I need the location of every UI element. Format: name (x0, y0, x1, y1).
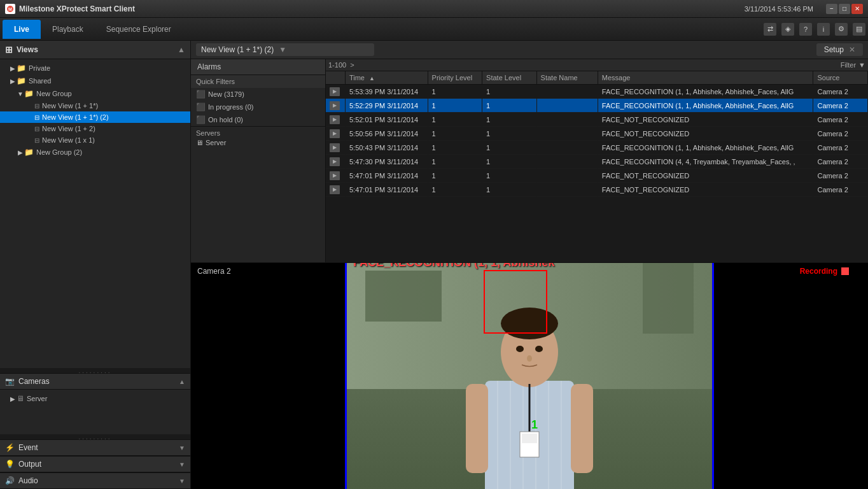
svg-point-12 (516, 346, 524, 352)
filter-onhold[interactable]: ⬛ On hold (0) (191, 113, 325, 126)
alarm-row[interactable]: ▶5:47:01 PM 3/11/201411FACE_NOT_RECOGNIZ… (326, 183, 868, 197)
pagination-arrow[interactable]: > (350, 61, 354, 69)
alarm-row-img: ▶ (326, 183, 345, 197)
audio-section-header[interactable]: 🔊 Audio ▼ (0, 472, 190, 489)
alarm-row[interactable]: ▶5:50:43 PM 3/11/201411FACE_RECOGNITION … (326, 141, 868, 155)
sidebar-item-server[interactable]: ▶ 🖥 Server (0, 392, 190, 405)
map-icon[interactable]: ◈ (781, 23, 794, 36)
views-collapse-icon[interactable]: ▲ (178, 45, 185, 54)
titlebar-right: 3/11/2014 5:53:46 PM − □ ✕ (745, 4, 863, 14)
audio-label: Audio (18, 476, 38, 485)
private-toggle[interactable]: ▶ (9, 65, 17, 72)
camera-label: Camera 2 (197, 267, 231, 276)
view-icon: ⊟ (34, 114, 39, 121)
server-icon: 🖥 (17, 394, 24, 403)
newview3-label: New View (1 + 2) (42, 125, 95, 132)
col-message[interactable]: Message (598, 71, 813, 85)
settings-icon[interactable]: ⚙ (835, 23, 848, 36)
minimize-button[interactable]: − (826, 4, 837, 14)
sidebar-item-shared[interactable]: ▶ 📁 Shared (0, 74, 190, 87)
sidebar-item-newview3[interactable]: ⊟ New View (1 + 2) (0, 123, 190, 134)
tab-sequence[interactable]: Sequence Explorer (95, 20, 183, 39)
sidebar-item-newview4[interactable]: ⊟ New View (1 x 1) (0, 134, 190, 146)
alarms-panel: Alarms Quick Filters ⬛ New (3179) ⬛ In p… (191, 59, 868, 263)
server-item[interactable]: 🖥 Server (196, 137, 320, 148)
sidebar-item-newview2[interactable]: ⊟ New View (1 + 1*) (2) (0, 111, 190, 123)
col-priority[interactable]: Priority Level (428, 71, 482, 85)
alarm-row[interactable]: ▶5:53:39 PM 3/11/201411FACE_RECOGNITION … (326, 85, 868, 99)
alarm-row-img: ▶ (326, 141, 345, 155)
view-icon: ⊟ (34, 103, 39, 110)
titlebar: M Milestone XProtect Smart Client 3/11/2… (0, 0, 868, 18)
svg-point-14 (527, 355, 532, 362)
filter-label: Filter (841, 61, 856, 69)
alarm-row-source: Camera 2 (813, 113, 868, 127)
output-section-header[interactable]: 💡 Output ▼ (0, 456, 190, 472)
camera-switch-icon[interactable]: ⇄ (764, 23, 776, 36)
bg-object2 (365, 271, 442, 322)
server-toggle[interactable]: ▶ (9, 395, 17, 402)
cameras-section-header[interactable]: 📷 Cameras ▲ (0, 373, 190, 390)
alarm-row[interactable]: ▶5:52:29 PM 3/11/201411FACE_RECOGNITION … (326, 99, 868, 113)
alarms-table-body: ▶5:53:39 PM 3/11/201411FACE_RECOGNITION … (326, 85, 868, 197)
event-section-header[interactable]: ⚡ Event ▼ (0, 439, 190, 456)
main-layout: ⊞ Views ▲ ▶ 📁 Private ▶ 📁 Shared (0, 41, 868, 489)
help-icon[interactable]: ? (799, 23, 812, 36)
col-img[interactable] (326, 71, 345, 85)
alarm-row-time: 5:47:30 PM 3/11/2014 (345, 155, 428, 169)
navbar: Live Playback Sequence Explorer ⇄ ◈ ? i … (0, 18, 868, 41)
newgroup2-toggle[interactable]: ▶ (17, 149, 24, 156)
alarm-row-time: 5:50:56 PM 3/11/2014 (345, 127, 428, 141)
info-icon[interactable]: i (817, 23, 830, 36)
alarm-row[interactable]: ▶5:52:01 PM 3/11/201411FACE_NOT_RECOGNIZ… (326, 113, 868, 127)
shared-toggle[interactable]: ▶ (9, 78, 17, 85)
newview1-label: New View (1 + 1*) (42, 102, 98, 110)
tab-live[interactable]: Live (3, 20, 41, 39)
filter-inprogress[interactable]: ⬛ In progress (0) (191, 101, 325, 113)
filter-inprogress-icon: ⬛ (196, 103, 206, 111)
event-icon: ⚡ (5, 443, 15, 452)
alarm-row[interactable]: ▶5:50:56 PM 3/11/201411FACE_NOT_RECOGNIZ… (326, 127, 868, 141)
output-chevron[interactable]: ▼ (179, 461, 185, 468)
view-dropdown-arrow: ▼ (279, 45, 286, 54)
private-label: Private (29, 64, 50, 72)
sidebar-item-newgroup2[interactable]: ▶ 📁 New Group (2) (0, 146, 190, 159)
filter-new[interactable]: ⬛ New (3179) (191, 88, 325, 101)
filter-button[interactable]: Filter ▼ (841, 61, 865, 69)
server-item-icon: 🖥 (196, 139, 203, 146)
maximize-button[interactable]: □ (839, 4, 850, 14)
col-statename[interactable]: State Name (536, 71, 598, 85)
user-icon[interactable]: ▤ (853, 23, 865, 36)
sidebar-item-newgroup[interactable]: ▼ 📁 New Group (0, 87, 190, 100)
alarm-row-state: 1 (482, 99, 537, 113)
newgroup-toggle[interactable]: ▼ (17, 90, 24, 97)
audio-chevron[interactable]: ▼ (179, 478, 185, 485)
setup-button[interactable]: Setup ✕ (816, 43, 863, 56)
alarm-row[interactable]: ▶5:47:01 PM 3/11/201411FACE_NOT_RECOGNIZ… (326, 169, 868, 183)
content-area: New View (1 + 1*) (2) ▼ Setup ✕ Alarms Q… (191, 41, 868, 489)
alarm-row-img: ▶ (326, 169, 345, 183)
alarms-table-scroll[interactable]: Time ▲ Priority Level State Level (326, 71, 868, 262)
servers-section: Servers 🖥 Server (191, 126, 325, 151)
alarm-row[interactable]: ▶5:47:30 PM 3/11/201411FACE_RECOGNITION … (326, 155, 868, 169)
col-source[interactable]: Source (813, 71, 868, 85)
alarm-row-priority: 1 (428, 113, 482, 127)
alarm-row-source: Camera 2 (813, 85, 868, 99)
tab-playback[interactable]: Playback (41, 20, 95, 39)
alarm-row-message: FACE_NOT_RECOGNIZED (598, 169, 813, 183)
alarm-row-priority: 1 (428, 141, 482, 155)
col-state[interactable]: State Level (482, 71, 537, 85)
event-chevron[interactable]: ▼ (179, 444, 185, 451)
sidebar-item-newview1[interactable]: ⊟ New View (1 + 1*) (0, 100, 190, 111)
filter-new-label: New (3179) (208, 90, 244, 98)
alarm-row-img: ▶ (326, 155, 345, 169)
window-controls: − □ ✕ (826, 4, 863, 14)
views-header[interactable]: ⊞ Views ▲ (0, 41, 190, 59)
col-time[interactable]: Time ▲ (345, 71, 428, 85)
cameras-chevron[interactable]: ▲ (179, 378, 185, 385)
view-dropdown[interactable]: New View (1 + 1*) (2) ▼ (196, 43, 374, 56)
sidebar-item-private[interactable]: ▶ 📁 Private (0, 62, 190, 74)
close-button[interactable]: ✕ (851, 4, 863, 14)
svg-point-13 (535, 346, 543, 352)
alarm-row-statename (536, 99, 598, 113)
